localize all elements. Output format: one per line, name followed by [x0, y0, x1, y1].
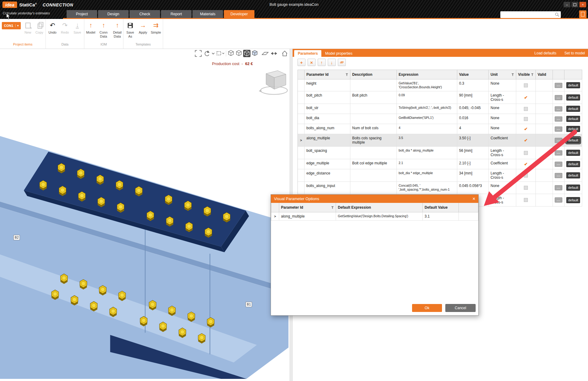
dialog-row-expander[interactable]: >	[271, 212, 279, 221]
tab-check[interactable]: Check	[130, 10, 160, 18]
load-defaults-button[interactable]: Load defaults	[535, 51, 557, 55]
tab-materials[interactable]: Materials	[192, 10, 223, 18]
parameter-id-cell[interactable]: along_multiple	[305, 134, 350, 147]
visible-checkbox[interactable]: ✔	[516, 159, 536, 169]
row-options-button[interactable]: ...	[555, 185, 562, 190]
value-cell[interactable]: 4	[457, 124, 489, 134]
column-header-blank[interactable]	[564, 70, 582, 79]
search-input[interactable]	[500, 13, 555, 17]
column-header-unit[interactable]: Unit	[489, 70, 516, 79]
row-options-button[interactable]: ...	[555, 150, 562, 156]
column-header-visible[interactable]: Visible	[516, 70, 536, 79]
tab-project[interactable]: Project	[67, 10, 97, 18]
chevron-down-icon[interactable]	[212, 53, 214, 54]
parameter-row-expander[interactable]: >	[298, 134, 305, 147]
description-cell[interactable]	[350, 114, 397, 124]
filter-icon[interactable]	[511, 73, 514, 76]
3d-viewport[interactable]: Production cost - 62 € B2 B1	[0, 49, 290, 381]
redo-button[interactable]: ↷ Redo	[60, 21, 70, 35]
selection-mode-icon[interactable]	[217, 52, 224, 55]
save-as-button[interactable]: Save As	[125, 21, 135, 38]
parameter-row-expander[interactable]	[298, 91, 305, 104]
unit-cell[interactable]: Length - Cross-s	[489, 169, 516, 182]
column-header-valid[interactable]: Valid	[536, 70, 553, 79]
dialog-default-value-cell[interactable]: 3.1	[423, 212, 459, 221]
unit-cell[interactable]: Length - Cross-s	[489, 91, 516, 104]
description-cell[interactable]: Bolt col edge multiple	[350, 159, 397, 169]
row-default-button[interactable]: default	[566, 185, 580, 191]
model-button[interactable]: ↑ Model	[86, 21, 95, 35]
move-up-button[interactable]: ↑	[318, 59, 326, 66]
maximize-button[interactable]	[572, 2, 578, 7]
delete-parameter-button[interactable]: ×	[308, 59, 316, 66]
row-default-button[interactable]: default	[566, 172, 580, 178]
description-cell[interactable]: Bolts cols spacing multiple	[350, 134, 397, 147]
simple-button[interactable]: ⇉ Simple	[151, 21, 161, 35]
rotate-view-icon[interactable]	[205, 50, 210, 56]
column-header-blank[interactable]	[553, 70, 564, 79]
visible-checkbox[interactable]	[516, 147, 536, 159]
expression-cell[interactable]: 4	[397, 124, 457, 134]
expression-cell[interactable]: 0.09	[397, 91, 457, 104]
dialog-default-expression-cell[interactable]: GetSettingValue('Design.Bolts.Detailing.…	[336, 212, 423, 221]
tab-model-properties[interactable]: Model properties	[321, 50, 356, 57]
column-header-blank[interactable]	[271, 203, 279, 212]
parameter-row-expander[interactable]	[298, 79, 305, 91]
expression-cell[interactable]: Concat(0.045, ' ',bolt_spacing,'*',bolts…	[397, 182, 457, 194]
description-cell[interactable]: Bolt pitch	[350, 91, 397, 104]
dialog-close-button[interactable]: ×	[473, 196, 475, 201]
parameter-id-cell[interactable]: bolt_pitch	[305, 91, 350, 104]
parameter-row-expander[interactable]	[298, 159, 305, 169]
row-options-button[interactable]: ...	[555, 138, 562, 143]
unit-cell[interactable]: None	[489, 114, 516, 124]
visible-checkbox[interactable]: ✔	[516, 91, 536, 104]
row-options-button[interactable]: ...	[555, 83, 562, 88]
set-to-model-button[interactable]: Set to model	[564, 51, 585, 55]
column-header-blank[interactable]	[298, 70, 305, 79]
tab-parameters[interactable]: Parameters	[294, 50, 321, 57]
visible-checkbox[interactable]	[516, 194, 536, 207]
description-cell[interactable]	[350, 169, 397, 182]
parameter-id-cell[interactable]: bolt_dia	[305, 114, 350, 124]
unit-cell[interactable]: None	[489, 124, 516, 134]
unit-cell[interactable]: None	[489, 104, 516, 114]
parameter-id-cell[interactable]: height	[305, 79, 350, 91]
cancel-button[interactable]: Cancel	[445, 304, 476, 312]
row-options-button[interactable]: ...	[555, 106, 562, 112]
detail-data-button[interactable]: ↑ Detail Data	[112, 21, 123, 38]
row-default-button[interactable]: default	[566, 197, 580, 203]
parameter-row-expander[interactable]	[298, 169, 305, 182]
value-cell[interactable]: 3.50 [-]	[457, 134, 489, 147]
value-cell[interactable]: 0.016	[457, 114, 489, 124]
value-cell[interactable]: 0.3	[457, 79, 489, 91]
copy-button[interactable]: Copy	[35, 21, 44, 35]
column-header-parameter-id[interactable]: Parameter Id	[305, 70, 350, 79]
description-cell[interactable]	[350, 104, 397, 114]
workplane-icon[interactable]	[262, 52, 268, 55]
close-button[interactable]: ×	[579, 2, 586, 7]
view-model-icon[interactable]	[252, 50, 257, 56]
expression-cell[interactable]: 3.5	[397, 134, 457, 147]
3d-scene[interactable]	[0, 49, 290, 379]
tab-design[interactable]: Design	[98, 10, 129, 18]
unit-cell[interactable]: Coefficient	[489, 159, 516, 169]
tab-report[interactable]: Report	[161, 10, 192, 18]
filter-icon[interactable]	[345, 73, 348, 76]
unit-cell[interactable]: Length - Cross-s	[489, 147, 516, 159]
minimize-button[interactable]: –	[564, 2, 570, 7]
value-cell[interactable]: 90 [mm]	[457, 91, 489, 104]
row-default-button[interactable]: default	[566, 137, 580, 143]
view-wireframe-icon[interactable]	[228, 50, 233, 56]
column-header-default-expression[interactable]: Default Expression	[336, 203, 423, 212]
new-button[interactable]: New	[24, 21, 32, 35]
apply-button[interactable]: → Apply	[138, 21, 148, 35]
column-header-parameter-id[interactable]: Parameter Id	[279, 203, 336, 212]
unit-cell[interactable]: Length - Cross-s	[489, 194, 516, 207]
parameter-id-cell[interactable]: bolts_along_input	[305, 182, 350, 194]
row-options-button[interactable]: ...	[555, 197, 562, 203]
parameter-row-expander[interactable]	[298, 114, 305, 124]
save-button[interactable]: ↓ Save	[72, 21, 82, 35]
visible-checkbox[interactable]	[516, 104, 536, 114]
search-icon[interactable]	[555, 12, 560, 17]
description-cell[interactable]: Num of bolt cols	[350, 124, 397, 134]
